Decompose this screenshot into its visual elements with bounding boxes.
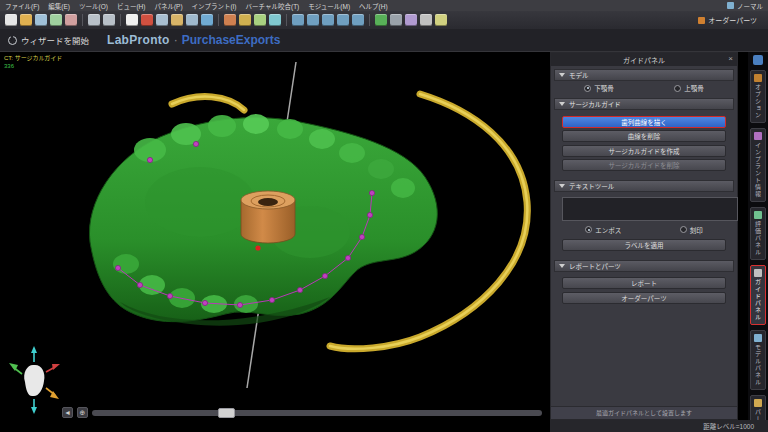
tab-evaluation-label: 評価パネル: [754, 221, 763, 256]
menu-tools[interactable]: ツール(O): [79, 1, 108, 11]
report-button[interactable]: レポート: [562, 277, 726, 289]
implant-marker[interactable]: [255, 245, 260, 250]
bridge-icon[interactable]: [186, 14, 198, 26]
engrave-radio[interactable]: 刻印: [680, 225, 703, 235]
measure-icon[interactable]: [224, 14, 236, 26]
order-parts-icon: [698, 17, 705, 24]
menu-file[interactable]: ファイル(F): [5, 1, 39, 11]
report-section-body: レポート オーダーパーツ: [554, 272, 734, 310]
angle-icon[interactable]: [254, 14, 266, 26]
order-parts-button[interactable]: オーダーパーツ: [562, 292, 726, 304]
upper-jaw-radio[interactable]: 上顎骨: [674, 83, 704, 93]
close-icon[interactable]: ×: [728, 54, 733, 63]
guide-panel: ガイドパネル × モデル 下顎骨 上顎骨 サージカルガイド 歯列曲線を描く 曲線…: [550, 52, 738, 420]
order-parts-toolbar-button[interactable]: オーダーパーツ: [698, 15, 763, 25]
start-wizard-button[interactable]: ウィザードを開始: [8, 34, 89, 46]
redo-icon[interactable]: [103, 14, 115, 26]
menu-module[interactable]: モジュール(M): [308, 1, 350, 11]
tab-options[interactable]: オプション: [750, 70, 766, 123]
upper-jaw-label: 上顎骨: [684, 83, 704, 93]
order-parts-toolbar-label: オーダーパーツ: [708, 15, 757, 25]
tab-model-panel-label: モデルパネル: [754, 344, 763, 386]
menu-view[interactable]: ビュー(H): [117, 1, 146, 11]
status-bar: 距離レベル=1000: [550, 420, 768, 432]
menu-help[interactable]: ヘルプ(H): [359, 1, 388, 11]
mirror-icon[interactable]: [405, 14, 417, 26]
header-bar: ウィザードを開始 LabPronto · PurchaseExports: [0, 29, 768, 52]
emboss-radio[interactable]: エンボス: [585, 225, 621, 235]
axis-up-arrow-icon: [31, 346, 37, 353]
engrave-label: 刻印: [690, 225, 703, 235]
export-icon[interactable]: [65, 14, 77, 26]
remove-guide-button[interactable]: サージカルガイドを削除: [562, 159, 726, 171]
section-icon[interactable]: [269, 14, 281, 26]
radio-unchecked-icon: [674, 85, 681, 92]
menu-implant[interactable]: インプラント(I): [192, 1, 237, 11]
undo-icon[interactable]: [88, 14, 100, 26]
menu-edit[interactable]: 編集(E): [48, 1, 70, 11]
orientation-widget[interactable]: [9, 346, 60, 414]
zoom-out-icon[interactable]: [307, 14, 319, 26]
toolbar-separator: [120, 14, 121, 26]
slider-track[interactable]: [92, 410, 542, 416]
evaluation-tab-icon: [754, 211, 762, 219]
zoom-in-icon[interactable]: [292, 14, 304, 26]
title-separator: ·: [174, 33, 178, 47]
model-section-header[interactable]: モデル: [554, 69, 734, 81]
tooth-red-icon[interactable]: [141, 14, 153, 26]
options-tab-icon: [754, 74, 762, 82]
settings-icon[interactable]: [420, 14, 432, 26]
viewport-overlay-title: CT: サージカルガイド: [4, 54, 62, 62]
viewport-overlay-frame: 336: [4, 62, 62, 70]
display-mode-selector[interactable]: ノーマル: [727, 1, 763, 11]
slider-handle[interactable]: [218, 408, 235, 418]
surgical-section-body: 歯列曲線を描く 曲線を削除 サージカルガイドを作成 サージカルガイドを削除: [554, 110, 734, 177]
implant-icon[interactable]: [156, 14, 168, 26]
draw-curve-button[interactable]: 歯列曲線を描く: [562, 116, 726, 128]
grid-icon[interactable]: [390, 14, 402, 26]
view-reset-icon[interactable]: [753, 55, 763, 65]
surgical-section-title: サージカルガイド: [569, 99, 621, 109]
menu-virtual-articulator[interactable]: バーチャル咬合(T): [246, 1, 300, 11]
rotate-view-icon[interactable]: [337, 14, 349, 26]
panel-footer-button[interactable]: 最適ガイドパネルとして設置します: [551, 406, 737, 419]
axis-down-arrow-icon: [31, 407, 37, 414]
3d-scene[interactable]: [0, 52, 550, 432]
slider-zoom-button[interactable]: ⊕: [77, 407, 88, 418]
collapse-arrow-icon: [559, 73, 565, 77]
save-icon[interactable]: [35, 14, 47, 26]
pan-view-icon[interactable]: [352, 14, 364, 26]
tab-options-label: オプション: [754, 84, 763, 119]
create-guide-button[interactable]: サージカルガイドを作成: [562, 145, 726, 157]
toolbar-separator: [369, 14, 370, 26]
toolbar-separator: [218, 14, 219, 26]
surgical-section-header[interactable]: サージカルガイド: [554, 98, 734, 110]
crown-icon[interactable]: [171, 14, 183, 26]
tab-model-panel[interactable]: モデルパネル: [750, 330, 766, 390]
tooth-icon[interactable]: [126, 14, 138, 26]
report-section-header[interactable]: レポートとパーツ: [554, 260, 734, 272]
lower-jaw-radio[interactable]: 下顎骨: [584, 83, 614, 93]
screenshot-icon[interactable]: [435, 14, 447, 26]
cube-view-icon[interactable]: [375, 14, 387, 26]
app-title: LabPronto: [107, 33, 170, 47]
scan-icon[interactable]: [201, 14, 213, 26]
apply-label-button[interactable]: ラベルを適用: [562, 239, 726, 251]
tab-evaluation-panel[interactable]: 評価パネル: [750, 207, 766, 260]
import-icon[interactable]: [50, 14, 62, 26]
text-section-header[interactable]: テキストツール: [554, 180, 734, 192]
orientation-tooth-icon: [24, 365, 44, 396]
open-folder-icon[interactable]: [20, 14, 32, 26]
menu-panel[interactable]: パネル(P): [154, 1, 182, 11]
fit-view-icon[interactable]: [322, 14, 334, 26]
axis-front-arrow-icon: [52, 364, 60, 370]
ruler-icon[interactable]: [239, 14, 251, 26]
tab-implant-info[interactable]: インプラント情報: [750, 128, 766, 202]
3d-viewport[interactable]: CT: サージカルガイド 336: [0, 52, 550, 432]
clear-curve-button[interactable]: 曲線を削除: [562, 130, 726, 142]
slider-prev-button[interactable]: ◄: [62, 407, 73, 418]
model-section: モデル 下顎骨 上顎骨: [554, 69, 734, 95]
label-text-input[interactable]: [562, 197, 738, 221]
tab-guide-panel[interactable]: ガイドパネル: [750, 265, 766, 325]
new-file-icon[interactable]: [5, 14, 17, 26]
